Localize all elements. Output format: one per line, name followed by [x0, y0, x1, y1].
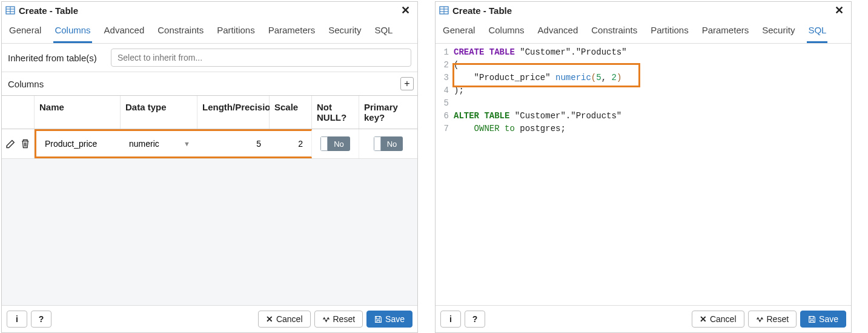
columns-table: Name Data type Length/Precision Scale No… — [2, 96, 417, 159]
sql-code: CREATE TABLE "Customer"."Products" ( "Pr… — [454, 46, 627, 305]
titlebar: Create - Table ✕ — [2, 2, 417, 19]
table-header-row: Name Data type Length/Precision Scale No… — [2, 96, 417, 129]
tab-parameters[interactable]: Parameters — [267, 20, 317, 43]
close-icon[interactable]: ✕ — [399, 4, 412, 17]
header-scale: Scale — [270, 96, 312, 129]
column-scale-input[interactable] — [273, 136, 308, 152]
titlebar: Create - Table ✕ — [436, 2, 851, 19]
cancel-button[interactable]: ✕ Cancel — [692, 311, 744, 328]
tab-advanced[interactable]: Advanced — [103, 20, 146, 43]
table-icon — [5, 5, 15, 15]
close-icon[interactable]: ✕ — [832, 4, 846, 17]
save-icon — [808, 315, 816, 323]
dialog-title: Create - Table — [452, 5, 832, 16]
edit-icon[interactable] — [5, 138, 16, 149]
line-gutter: 1234567 — [436, 46, 454, 305]
save-icon — [374, 315, 382, 323]
tab-sql[interactable]: SQL — [373, 20, 394, 43]
dialog-create-table-columns: Create - Table ✕ General Columns Advance… — [1, 1, 418, 333]
dialog-create-table-sql: Create - Table ✕ General Columns Advance… — [435, 1, 852, 333]
inherit-row: Inherited from table(s) — [2, 44, 417, 72]
reset-button[interactable]: Reset — [748, 311, 797, 328]
recycle-icon — [322, 315, 330, 323]
tab-advanced[interactable]: Advanced — [537, 20, 580, 43]
tabs: General Columns Advanced Constraints Par… — [2, 19, 417, 44]
add-column-button[interactable]: + — [400, 77, 414, 90]
tab-columns[interactable]: Columns — [53, 20, 91, 43]
delete-icon[interactable] — [20, 138, 31, 149]
info-button[interactable]: i — [440, 311, 461, 328]
inherit-label: Inherited from table(s) — [8, 53, 111, 63]
close-small-icon: ✕ — [266, 314, 273, 324]
header-actions — [2, 96, 35, 129]
help-button[interactable]: ? — [465, 311, 485, 328]
info-button[interactable]: i — [7, 311, 27, 328]
tab-constraints[interactable]: Constraints — [156, 20, 205, 43]
inherit-input[interactable] — [111, 49, 411, 67]
column-dtype-select[interactable] — [124, 136, 194, 152]
header-length: Length/Precision — [197, 96, 270, 129]
reset-button[interactable]: Reset — [314, 311, 363, 328]
tab-partitions[interactable]: Partitions — [649, 20, 690, 43]
tab-security[interactable]: Security — [327, 20, 362, 43]
close-small-icon: ✕ — [700, 314, 707, 324]
cancel-button[interactable]: ✕ Cancel — [258, 311, 311, 328]
header-notnull: Not NULL? — [312, 96, 359, 129]
tabs: General Columns Advanced Constraints Par… — [436, 19, 851, 44]
notnull-toggle[interactable]: No — [320, 136, 350, 151]
recycle-icon — [756, 315, 764, 323]
tab-parameters[interactable]: Parameters — [701, 20, 750, 43]
table-row: ▼ No No — [2, 129, 417, 159]
tab-constraints[interactable]: Constraints — [590, 20, 638, 43]
tab-security[interactable]: Security — [761, 20, 796, 43]
help-button[interactable]: ? — [31, 311, 51, 328]
save-button[interactable]: Save — [800, 311, 846, 328]
tab-partitions[interactable]: Partitions — [216, 20, 256, 43]
tab-general[interactable]: General — [442, 20, 476, 43]
sql-code-editor[interactable]: 1234567 CREATE TABLE "Customer"."Product… — [436, 44, 851, 305]
tab-general[interactable]: General — [8, 20, 42, 43]
column-length-input[interactable] — [201, 136, 266, 152]
columns-header: Columns + — [2, 72, 417, 96]
column-name-input[interactable] — [40, 136, 117, 152]
header-dtype: Data type — [121, 96, 197, 129]
tab-columns[interactable]: Columns — [487, 20, 525, 43]
table-icon — [439, 5, 449, 15]
columns-section-label: Columns — [8, 79, 400, 89]
pk-toggle[interactable]: No — [374, 136, 403, 151]
save-button[interactable]: Save — [366, 311, 412, 328]
dialog-title: Create - Table — [19, 5, 399, 16]
footer: i ? ✕ Cancel Reset Save — [436, 305, 851, 332]
header-name: Name — [35, 96, 121, 129]
footer: i ? ✕ Cancel Reset Save — [2, 305, 417, 332]
tab-sql[interactable]: SQL — [807, 20, 827, 43]
header-pk: Primary key? — [359, 96, 417, 129]
